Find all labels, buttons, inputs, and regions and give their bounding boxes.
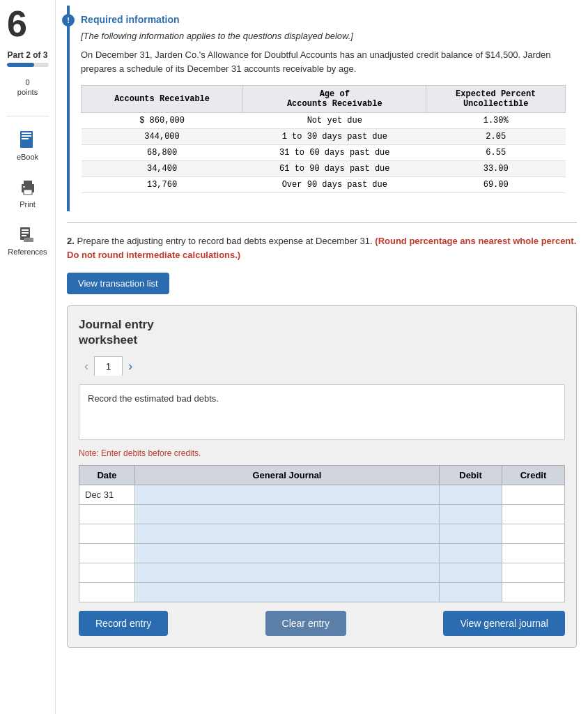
journal-cell-2[interactable] [135,505,440,524]
page-tab-1[interactable]: 1 [94,356,123,376]
credit-cell-1[interactable] [502,485,565,505]
debit-input-5[interactable] [440,563,502,582]
credit-cell-5[interactable] [502,563,565,583]
debit-input-4[interactable] [440,544,502,563]
col-header-expected: Expected PercentUncollectible [426,86,566,113]
info-italic-text: [The following information applies to th… [81,31,566,41]
table-row: 13,760Over 90 days past due69.00 [82,177,566,193]
debit-cell-1[interactable] [440,485,502,505]
debit-cell-5[interactable] [440,563,502,583]
divider [7,116,49,116]
ar-cell-1-2: 2.05 [426,129,566,145]
credit-input-1[interactable] [502,485,564,504]
credit-cell-3[interactable] [502,524,565,544]
view-general-journal-button[interactable]: View general journal [443,611,565,636]
debit-input-2[interactable] [440,505,502,524]
table-row [79,544,565,563]
record-description: Record the estimated bad debts. [79,384,565,440]
credit-input-3[interactable] [502,524,564,543]
col-header-date: Date [79,466,135,485]
table-row [79,563,565,583]
points-value: 0 [25,78,29,86]
question-number: 2. [67,236,77,246]
svg-rect-3 [22,138,29,139]
ar-table: Accounts Receivable Age ofAccounts Recei… [81,85,566,193]
next-page-button[interactable]: › [123,359,138,374]
required-info-title: Required information [81,14,566,25]
ebook-icon [17,130,37,150]
debit-cell-4[interactable] [440,544,502,563]
debit-cell-6[interactable] [440,583,502,602]
info-body-text: On December 31, Jarden Co.'s Allowance f… [81,48,566,75]
col-header-age: Age ofAccounts Receivable [243,86,426,113]
table-row [79,583,565,602]
date-cell-3 [79,524,135,544]
journal-input-1[interactable] [135,485,439,504]
credit-cell-2[interactable] [502,505,565,524]
table-row [79,505,565,524]
ar-cell-2-2: 6.55 [426,145,566,161]
journal-input-6[interactable] [135,583,439,602]
ar-cell-1-1: 1 to 30 days past due [243,129,426,145]
credit-cell-6[interactable] [502,583,565,602]
debit-input-3[interactable] [440,524,502,543]
journal-input-4[interactable] [135,544,439,563]
progress-fill [7,63,35,67]
journal-input-5[interactable] [135,563,439,582]
progress-bar [7,63,49,67]
debit-cell-2[interactable] [440,505,502,524]
main-content: ! Required information [The following in… [56,0,588,714]
debit-input-1[interactable] [440,485,502,504]
page-number: 6 [0,6,27,42]
ar-cell-0-2: 1.30% [426,113,566,129]
worksheet-nav: ‹ 1 › [79,356,565,376]
ar-cell-0-1: Not yet due [243,113,426,129]
journal-input-3[interactable] [135,524,439,543]
date-cell-4 [79,544,135,563]
section-divider [67,222,577,223]
sidebar-item-print[interactable]: Print [18,178,38,208]
svg-rect-10 [22,232,29,234]
ar-cell-4-1: Over 90 days past due [243,177,426,193]
journal-cell-3[interactable] [135,524,440,544]
ar-cell-2-0: 68,800 [82,145,243,161]
table-row: $ 860,000Not yet due1.30% [82,113,566,129]
table-row [79,524,565,544]
ar-cell-0-0: $ 860,000 [82,113,243,129]
references-icon [17,225,37,245]
prev-page-button[interactable]: ‹ [79,359,94,374]
table-row: 68,80031 to 60 days past due6.55 [82,145,566,161]
date-cell-1: Dec 31 [79,485,135,505]
clear-entry-button[interactable]: Clear entry [265,611,346,636]
sidebar-item-references[interactable]: References [8,225,47,256]
credit-input-5[interactable] [502,563,564,582]
debit-input-6[interactable] [440,583,502,602]
sidebar-item-ebook[interactable]: eBook [17,130,38,161]
ar-cell-4-0: 13,760 [82,177,243,193]
ar-cell-1-0: 344,000 [82,129,243,145]
ar-cell-3-2: 33.00 [426,161,566,177]
svg-rect-11 [22,235,26,236]
date-cell-2 [79,505,135,524]
info-icon: ! [62,14,75,26]
info-box: ! Required information [The following in… [67,6,577,211]
journal-input-2[interactable] [135,505,439,524]
journal-cell-6[interactable] [135,583,440,602]
record-entry-button[interactable]: Record entry [79,611,168,636]
credit-input-2[interactable] [502,505,564,524]
debit-cell-3[interactable] [440,524,502,544]
table-row: Dec 31 [79,485,565,505]
references-label: References [8,248,47,256]
svg-rect-5 [24,181,32,185]
credit-input-4[interactable] [502,544,564,563]
credit-cell-4[interactable] [502,544,565,563]
journal-cell-4[interactable] [135,544,440,563]
part-label: Part 2 of 3 [7,50,47,60]
view-transaction-button[interactable]: View transaction list [67,273,169,294]
journal-cell-1[interactable] [135,485,440,505]
credit-input-6[interactable] [502,583,564,602]
journal-cell-5[interactable] [135,563,440,583]
ar-cell-4-2: 69.00 [426,177,566,193]
question-text: Prepare the adjusting entry to record ba… [77,236,375,246]
svg-rect-12 [24,238,33,242]
